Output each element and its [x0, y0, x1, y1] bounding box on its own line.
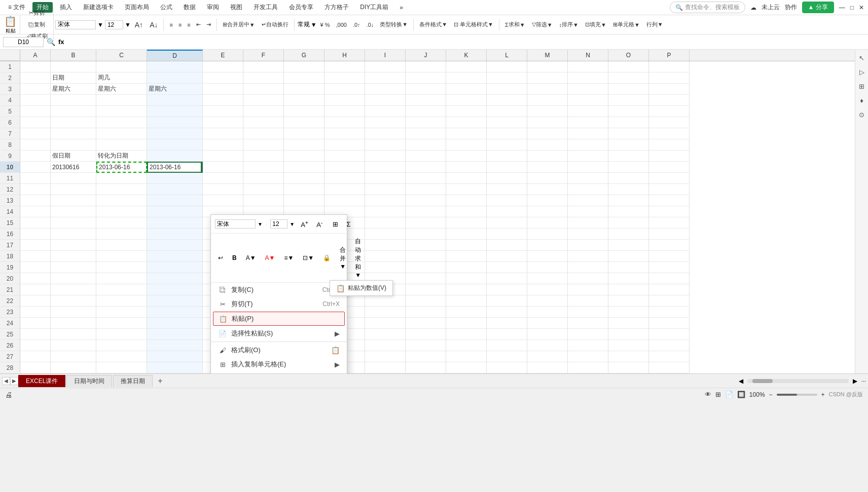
- cell-J25[interactable]: [406, 329, 446, 340]
- cell-G6[interactable]: [284, 117, 324, 128]
- cell-J22[interactable]: [406, 295, 446, 307]
- cell-L10[interactable]: [487, 162, 527, 173]
- cell-J7[interactable]: [406, 128, 446, 139]
- cell-A20[interactable]: [20, 273, 51, 284]
- cell-N4[interactable]: [568, 95, 608, 106]
- cell-O13[interactable]: [608, 195, 649, 206]
- ctx-sum-icon[interactable]: Σ: [343, 219, 353, 230]
- cell-E13[interactable]: [203, 195, 243, 206]
- cell-P1[interactable]: [649, 61, 690, 72]
- cell-N17[interactable]: [568, 240, 608, 251]
- cell-B26[interactable]: [51, 340, 96, 351]
- ctx-table-icon[interactable]: ⊞: [330, 219, 341, 230]
- cell-N16[interactable]: [568, 229, 608, 240]
- cell-J18[interactable]: [406, 251, 446, 262]
- cell-B15[interactable]: [51, 217, 96, 229]
- cell-C14[interactable]: [96, 206, 147, 217]
- cell-M9[interactable]: [527, 150, 568, 162]
- cell-A18[interactable]: [20, 251, 51, 262]
- cell-B2[interactable]: 日期: [51, 72, 96, 84]
- collab-btn[interactable]: 协作: [785, 3, 797, 12]
- cell-M23[interactable]: [527, 307, 568, 318]
- cell-K8[interactable]: [446, 139, 487, 150]
- cell-O28[interactable]: [608, 362, 649, 373]
- cell-D20[interactable]: [147, 273, 203, 284]
- cell-J6[interactable]: [406, 117, 446, 128]
- cell-F12[interactable]: [243, 184, 284, 195]
- cell-A16[interactable]: [20, 229, 51, 240]
- cell-M4[interactable]: [527, 95, 568, 106]
- cell-K24[interactable]: [446, 318, 487, 329]
- cell-H7[interactable]: [324, 128, 365, 139]
- cell-J5[interactable]: [406, 106, 446, 117]
- cell-I17[interactable]: [365, 240, 406, 251]
- cell-E7[interactable]: [203, 128, 243, 139]
- cell-E2[interactable]: [203, 72, 243, 84]
- cell-K4[interactable]: [446, 95, 487, 106]
- row-num-11[interactable]: 11: [0, 173, 20, 184]
- cell-A27[interactable]: [20, 351, 51, 362]
- sheet-tab-excel[interactable]: EXCEL课件: [18, 375, 65, 387]
- cell-L28[interactable]: [487, 362, 527, 373]
- cell-N20[interactable]: [568, 273, 608, 284]
- cell-A4[interactable]: [20, 95, 51, 106]
- cell-K18[interactable]: [446, 251, 487, 262]
- cell-J4[interactable]: [406, 95, 446, 106]
- cell-M24[interactable]: [527, 318, 568, 329]
- cell-I24[interactable]: [365, 318, 406, 329]
- col-header-D[interactable]: D: [147, 50, 203, 61]
- cell-P6[interactable]: [649, 117, 690, 128]
- cell-H11[interactable]: [324, 173, 365, 184]
- close-btn[interactable]: ✕: [859, 4, 864, 11]
- cell-G9[interactable]: [284, 150, 324, 162]
- filter-btn[interactable]: ▽ 筛选▼: [529, 19, 555, 30]
- cell-O24[interactable]: [608, 318, 649, 329]
- cell-L6[interactable]: [487, 117, 527, 128]
- cell-H2[interactable]: [324, 72, 365, 84]
- cell-J3[interactable]: [406, 84, 446, 95]
- cell-G8[interactable]: [284, 139, 324, 150]
- cell-K21[interactable]: [446, 284, 487, 295]
- cell-C4[interactable]: [96, 95, 147, 106]
- ctx-lock-btn[interactable]: 🔒: [320, 253, 334, 263]
- row-num-21[interactable]: 21: [0, 284, 20, 295]
- cell-M16[interactable]: [527, 229, 568, 240]
- align-center-btn[interactable]: ≡: [176, 20, 184, 29]
- cell-P12[interactable]: [649, 184, 690, 195]
- cell-I13[interactable]: [365, 195, 406, 206]
- cell-B13[interactable]: [51, 195, 96, 206]
- cell-D21[interactable]: [147, 284, 203, 295]
- cell-D18[interactable]: [147, 251, 203, 262]
- cell-B9[interactable]: 假日期: [51, 150, 96, 162]
- col-header-L[interactable]: L: [487, 50, 527, 61]
- font-name-arrow[interactable]: ▼: [97, 21, 103, 28]
- cell-J14[interactable]: [406, 206, 446, 217]
- cell-M5[interactable]: [527, 106, 568, 117]
- cell-A25[interactable]: [20, 329, 51, 340]
- thousands-btn[interactable]: ,000: [333, 20, 349, 29]
- cell-A12[interactable]: [20, 184, 51, 195]
- cell-M15[interactable]: [527, 217, 568, 229]
- cell-C18[interactable]: [96, 251, 147, 262]
- cell-L16[interactable]: [487, 229, 527, 240]
- row-num-25[interactable]: 25: [0, 329, 20, 340]
- cell-L12[interactable]: [487, 184, 527, 195]
- cell-I19[interactable]: [365, 262, 406, 273]
- row-num-19[interactable]: 19: [0, 262, 20, 273]
- cell-P5[interactable]: [649, 106, 690, 117]
- cell-K3[interactable]: [446, 84, 487, 95]
- ctx-insert-item[interactable]: ⊕ 插入(I) ▶: [211, 371, 347, 373]
- cell-M10[interactable]: [527, 162, 568, 173]
- cell-L3[interactable]: [487, 84, 527, 95]
- cell-D6[interactable]: [147, 117, 203, 128]
- cell-O12[interactable]: [608, 184, 649, 195]
- more-sheets-btn[interactable]: ···: [859, 378, 868, 384]
- cell-E10[interactable]: [203, 162, 243, 173]
- cell-L8[interactable]: [487, 139, 527, 150]
- menu-more[interactable]: »: [395, 3, 407, 12]
- align-right-btn[interactable]: ≡: [185, 20, 193, 29]
- cell-N7[interactable]: [568, 128, 608, 139]
- cell-I1[interactable]: [365, 61, 406, 72]
- cell-L9[interactable]: [487, 150, 527, 162]
- sheet-nav-right[interactable]: ▶: [10, 377, 18, 385]
